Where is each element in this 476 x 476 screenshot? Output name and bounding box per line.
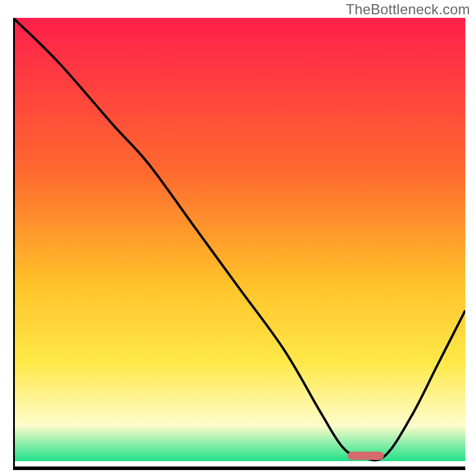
- chart-frame: TheBottleneck.com: [0, 0, 476, 476]
- watermark-label: TheBottleneck.com: [346, 1, 470, 18]
- gradient-background: [13, 18, 465, 461]
- chart-svg: [13, 18, 465, 470]
- optimal-zone-marker: [347, 452, 384, 460]
- bottleneck-chart: [13, 18, 465, 470]
